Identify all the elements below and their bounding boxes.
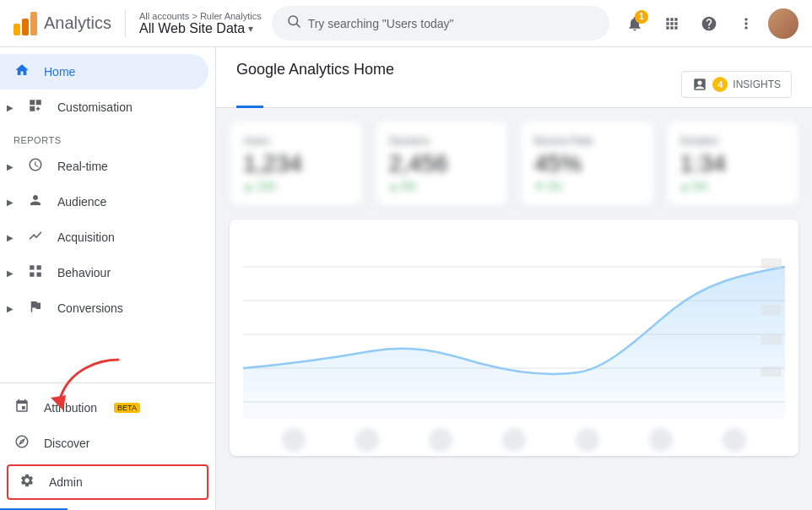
admin-label: Admin — [49, 475, 83, 489]
search-icon — [286, 14, 301, 33]
sidebar-bottom: Attribution BETA Discover Admin — [0, 382, 215, 510]
admin-icon — [19, 473, 35, 491]
sidebar-item-admin[interactable]: Admin — [7, 464, 208, 500]
svg-rect-3 — [37, 265, 41, 269]
expand-icon-acquisition: ▶ — [7, 233, 14, 242]
acquisition-label: Acquisition — [57, 231, 115, 244]
audience-chart — [243, 233, 785, 419]
svg-rect-2 — [30, 265, 34, 269]
metric-card-0: Users 1,234 ▲ 12% — [230, 122, 362, 206]
user-avatar[interactable] — [768, 8, 798, 39]
svg-rect-4 — [30, 273, 34, 277]
sidebar-item-customisation[interactable]: ▶ Customisation — [0, 90, 208, 125]
notification-badge: 1 — [635, 10, 648, 24]
logo-area: Analytics — [14, 12, 111, 35]
conversions-label: Conversions — [57, 301, 123, 315]
expand-icon-conversions: ▶ — [7, 304, 14, 313]
metric-label-3: Duration — [680, 135, 786, 147]
search-bar[interactable]: Try searching "Users today" — [272, 6, 609, 41]
search-placeholder-text: Try searching "Users today" — [308, 17, 454, 30]
behaviour-icon — [27, 263, 44, 282]
metric-value-3: 1:34 — [680, 150, 786, 177]
metric-value-2: 45% — [534, 150, 640, 177]
dropdown-arrow-icon: ▾ — [248, 23, 253, 35]
dashboard-body: Users 1,234 ▲ 12% Sessions 2,456 ▲ 8% Bo… — [216, 108, 812, 469]
sidebar-item-attribution[interactable]: Attribution BETA — [0, 390, 208, 426]
expand-icon-behaviour: ▶ — [7, 269, 14, 278]
expand-icon-customisation: ▶ — [7, 103, 14, 112]
metric-change-2: ▼ 2% — [534, 181, 640, 193]
more-options-button[interactable] — [731, 8, 761, 39]
analytics-logo — [14, 12, 37, 35]
metric-label-2: Bounce Rate — [534, 135, 640, 147]
metric-card-1: Sessions 2,456 ▲ 8% — [376, 122, 508, 206]
metric-change-0: ▲ 12% — [243, 181, 349, 193]
metric-label-1: Sessions — [389, 135, 495, 147]
metric-change-3: ▲ 5% — [680, 181, 786, 193]
apps-button[interactable] — [657, 8, 687, 39]
home-icon — [14, 62, 30, 81]
svg-rect-14 — [761, 366, 782, 377]
beta-badge: BETA — [114, 403, 140, 413]
metric-value-1: 2,456 — [389, 150, 495, 177]
account-name[interactable]: All Web Site Data ▾ — [139, 21, 262, 36]
insights-label: INSIGHTS — [733, 79, 781, 90]
reports-section-label: REPORTS — [0, 125, 215, 149]
svg-point-0 — [289, 16, 298, 25]
expand-icon-audience: ▶ — [7, 198, 14, 207]
realtime-label: Real-time — [57, 160, 108, 173]
content-header-left: Google Analytics Home — [236, 61, 394, 107]
customisation-icon — [27, 98, 44, 117]
chart-x-axis — [243, 421, 785, 456]
sidebar-item-discover[interactable]: Discover — [0, 426, 208, 461]
attribution-icon — [14, 399, 30, 417]
avatar-image — [768, 8, 798, 39]
metric-card-2: Bounce Rate 45% ▼ 2% — [521, 122, 653, 206]
sidebar-item-conversions[interactable]: ▶ Conversions — [0, 290, 208, 326]
breadcrumb-sep: > — [192, 11, 199, 21]
notifications-button[interactable]: 1 — [620, 8, 650, 39]
svg-line-1 — [296, 24, 300, 27]
sidebar-item-audience[interactable]: ▶ Audience — [0, 184, 208, 220]
breadcrumb-sub: Ruler Analytics — [200, 11, 262, 21]
header-actions: 1 — [620, 8, 798, 39]
tab-main[interactable] — [236, 89, 263, 108]
insights-count-badge: 4 — [712, 77, 728, 92]
account-breadcrumb: All accounts > Ruler Analytics — [139, 11, 262, 21]
help-button[interactable] — [694, 8, 724, 39]
page-title: Google Analytics Home — [236, 61, 394, 79]
audience-label: Audience — [57, 195, 106, 209]
x-dot-4 — [576, 428, 599, 452]
tab-bar — [236, 89, 394, 107]
x-dot-2 — [429, 428, 452, 452]
sidebar-item-behaviour[interactable]: ▶ Behaviour — [0, 255, 208, 290]
home-label: Home — [44, 65, 75, 79]
account-selector[interactable]: All accounts > Ruler Analytics All Web S… — [139, 11, 262, 36]
insights-button[interactable]: 4 INSIGHTS — [681, 71, 792, 98]
x-dot-3 — [502, 428, 526, 452]
logo-bar-2 — [22, 19, 29, 35]
discover-icon — [14, 434, 30, 453]
sidebar: Home ▶ Customisation REPORTS ▶ Real-time — [0, 47, 216, 510]
attribution-label: Attribution — [44, 401, 97, 415]
metric-value-0: 1,234 — [243, 150, 349, 177]
sidebar-item-home[interactable]: Home — [0, 54, 208, 90]
svg-rect-12 — [761, 305, 782, 315]
content-header: Google Analytics Home 4 INSIGHTS — [216, 47, 812, 108]
sidebar-item-acquisition[interactable]: ▶ Acquisition — [0, 220, 208, 255]
sidebar-item-realtime[interactable]: ▶ Real-time — [0, 149, 208, 184]
discover-label: Discover — [44, 437, 89, 450]
conversions-icon — [27, 299, 44, 317]
customisation-label: Customisation — [57, 100, 133, 114]
top-header: Analytics All accounts > Ruler Analytics… — [0, 0, 812, 47]
behaviour-label: Behaviour — [57, 266, 111, 279]
x-dot-0 — [282, 428, 306, 452]
x-dot-5 — [649, 428, 673, 452]
header-divider — [125, 10, 126, 37]
breadcrumb-all: All accounts — [139, 11, 189, 21]
realtime-icon — [27, 157, 44, 176]
x-dot-1 — [355, 428, 379, 452]
svg-rect-13 — [761, 334, 782, 345]
main-layout: Home ▶ Customisation REPORTS ▶ Real-time — [0, 47, 812, 510]
main-content: Google Analytics Home 4 INSIGHTS Users 1… — [216, 47, 812, 510]
